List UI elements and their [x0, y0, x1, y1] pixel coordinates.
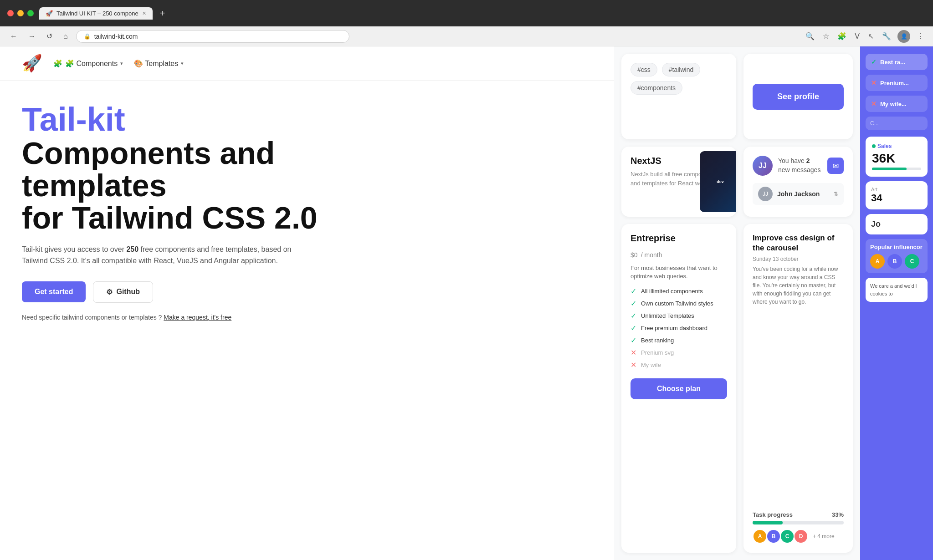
- x-icon-1: ✕: [631, 348, 636, 357]
- forward-button[interactable]: →: [26, 31, 38, 42]
- templates-nav[interactable]: 🎨 Templates ▾: [134, 59, 184, 68]
- task-date: Sunday 13 october: [753, 256, 844, 262]
- feature-5: ✓ Best ranking: [631, 336, 727, 345]
- components-label: 🧩 Components: [65, 59, 118, 68]
- purple-item-premium[interactable]: ✕ Prenium...: [866, 75, 928, 91]
- tab-favicon: 🚀: [46, 10, 53, 17]
- tag-components[interactable]: #components: [631, 81, 682, 95]
- check-icon-5: ✓: [631, 336, 636, 345]
- feature-label-3: Unlimited Templates: [641, 312, 694, 319]
- user-select-row[interactable]: JJ John Jackson ⇅: [753, 183, 844, 205]
- user-avatar: JJ: [753, 156, 773, 176]
- popular-avatar-2: B: [887, 254, 902, 269]
- tag-css[interactable]: #css: [631, 63, 657, 76]
- right-showcase-panel: #css #tailwind #components See profile N…: [614, 46, 860, 560]
- active-tab[interactable]: 🚀 Tailwind UI KIT – 250 compone ✕: [39, 7, 153, 20]
- task-avatars-row: A B C D + 4 more: [753, 529, 844, 544]
- purple-item-wife[interactable]: ✕ My wife...: [866, 96, 928, 112]
- progress-fill: [753, 521, 783, 524]
- progress-label: Task progress: [753, 511, 793, 518]
- messages-count: 2: [806, 157, 810, 164]
- see-profile-button[interactable]: See profile: [753, 84, 844, 110]
- check-icon-4: ✓: [631, 324, 636, 332]
- feature-label-6: Prenium svg: [641, 349, 674, 356]
- popular-avatar-3: C: [905, 254, 919, 269]
- profile-avatar[interactable]: 👤: [897, 30, 910, 43]
- address-bar[interactable]: 🔒 tailwind-kit.com: [76, 30, 349, 43]
- website-area: 🚀 🧩 🧩 Components ▾ 🎨 Templates ▾ Tail-ki…: [0, 46, 614, 560]
- task-avatar-1: A: [753, 529, 767, 544]
- tab-title: Tailwind UI KIT – 250 compone: [56, 10, 138, 17]
- hero-section: Tail-kit Components and templates for Ta…: [0, 81, 614, 560]
- purple-panel: ✓ Best ra... ✕ Prenium... ✕ My wife... C…: [860, 46, 933, 560]
- browser-toolbar: 🔍 ☆ 🧩 V ↖ 🔧 👤 ⋮: [804, 30, 926, 43]
- feature-4: ✓ Free premium dashboard: [631, 324, 727, 332]
- messages-row: JJ You have 2 new messages ✉: [753, 156, 844, 176]
- extension-button[interactable]: 🧩: [836, 30, 848, 42]
- bookmark-button[interactable]: ☆: [821, 30, 831, 42]
- purple-search-bar[interactable]: C...: [866, 117, 928, 130]
- popular-title: Popular influencor: [870, 244, 923, 250]
- traffic-lights: [7, 10, 34, 16]
- pricing-plan-name: Entreprise: [631, 233, 727, 244]
- progress-bar: [753, 521, 844, 524]
- more-avatars-label: + 4 more: [813, 533, 835, 540]
- request-link[interactable]: Make a request, it's free: [164, 314, 231, 321]
- showcase-middle-row: NextJS NextJs build all free components …: [614, 147, 860, 224]
- check-icon-3: ✓: [631, 311, 636, 320]
- purple-item-label-1: Best ra...: [880, 59, 905, 66]
- feature-3: ✓ Unlimited Templates: [631, 311, 727, 320]
- tag-tailwind[interactable]: #tailwind: [662, 63, 700, 76]
- showcase-top-row: #css #tailwind #components See profile: [614, 46, 860, 147]
- sales-bar: [872, 168, 921, 170]
- messages-text: You have 2 new messages: [778, 157, 822, 174]
- sales-value: 36K: [872, 151, 921, 166]
- hero-buttons: Get started ⚙ Github: [22, 281, 592, 303]
- popular-influencer-section: Popular influencor A B C: [866, 239, 928, 273]
- tab-bar: 🚀 Tailwind UI KIT – 250 compone ✕ +: [39, 7, 926, 20]
- sales-label-text: Sales: [877, 143, 892, 149]
- get-started-button[interactable]: Get started: [22, 281, 86, 302]
- cursor-button[interactable]: ↖: [866, 30, 876, 42]
- new-tab-button[interactable]: +: [156, 8, 169, 19]
- minimize-button[interactable]: [17, 10, 24, 16]
- components-nav[interactable]: 🧩 🧩 Components ▾: [53, 59, 123, 68]
- pricing-card: Entreprise $0 / month For most businesse…: [621, 224, 736, 553]
- check-icon-1: ✓: [631, 287, 636, 295]
- feature-label-1: All illimited components: [641, 288, 703, 295]
- hero-title-line2: Components and: [22, 137, 592, 169]
- price-amount: $0: [631, 251, 638, 259]
- purple-item-best-ranking[interactable]: ✓ Best ra...: [866, 54, 928, 70]
- price-period: / month: [641, 251, 662, 259]
- cookie-notice: We care a and we'd l cookies to: [866, 278, 928, 302]
- task-avatar-2: B: [766, 529, 781, 544]
- task-progress-section: Task progress 33% A B C D + 4 more: [753, 511, 844, 544]
- choose-plan-button[interactable]: Choose plan: [631, 378, 727, 399]
- cookie-text: We care a and we'd l cookies to: [870, 283, 917, 296]
- tab-close-button[interactable]: ✕: [142, 10, 146, 16]
- feature-label-4: Free premium dashboard: [641, 325, 707, 331]
- mail-icon[interactable]: ✉: [827, 158, 844, 174]
- menu-button[interactable]: ⋮: [915, 30, 926, 42]
- github-label: Github: [116, 288, 140, 296]
- pricing-price: $0 / month: [631, 246, 727, 260]
- back-button[interactable]: ←: [7, 31, 20, 42]
- maximize-button[interactable]: [27, 10, 34, 16]
- hero-title-line4: for Tailwind CSS 2.0: [22, 202, 592, 234]
- home-button[interactable]: ⌂: [61, 31, 71, 42]
- feature-1: ✓ All illimited components: [631, 287, 727, 295]
- url-text: tailwind-kit.com: [94, 33, 138, 40]
- close-button[interactable]: [7, 10, 14, 16]
- popular-avatars: A B C: [870, 254, 923, 269]
- task-avatar-3: C: [780, 529, 795, 544]
- vpn-button[interactable]: V: [853, 31, 861, 42]
- sales-label: Sales: [872, 143, 921, 149]
- puzzle-button[interactable]: 🔧: [880, 30, 893, 42]
- check-icon-purple: ✓: [871, 58, 877, 66]
- feature-2: ✓ Own custom Tailwind styles: [631, 299, 727, 308]
- search-button[interactable]: 🔍: [804, 30, 816, 42]
- reload-button[interactable]: ↺: [44, 30, 55, 42]
- task-avatar-4: D: [794, 529, 808, 544]
- feature-label-7: My wife: [641, 361, 661, 368]
- github-button[interactable]: ⚙ Github: [93, 281, 153, 303]
